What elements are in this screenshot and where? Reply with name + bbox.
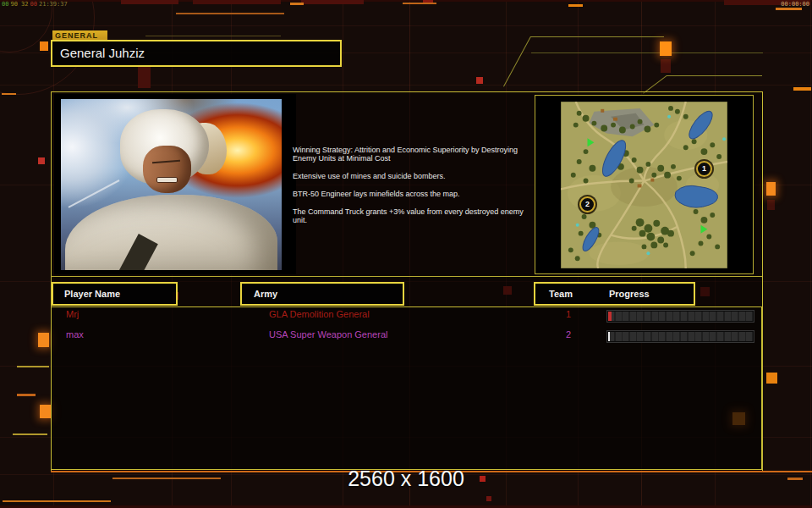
progress-bar-track [608, 332, 753, 341]
decor-dash [403, 3, 436, 4]
player-name: Mrj [66, 309, 79, 319]
decor-reflection [767, 200, 775, 210]
progress-bar [606, 330, 754, 343]
header-team: Team [549, 284, 573, 304]
decor-square [38, 157, 45, 164]
debug-clock: 21:39:37 [39, 1, 68, 8]
progress-bar-fill [608, 312, 612, 321]
progress-bar-track [608, 312, 753, 321]
decor-square [40, 405, 51, 418]
player-team: 2 [562, 329, 575, 340]
decor-dash [13, 433, 47, 435]
decor-line [3, 500, 111, 502]
decor-dash [17, 394, 36, 396]
minimap-marker: 1 [696, 161, 712, 177]
minimap-marker: 2 [579, 196, 595, 213]
decor-dash [17, 366, 49, 367]
general-face [143, 146, 191, 194]
decor-reflection [661, 59, 671, 73]
general-portrait-frame [54, 94, 296, 274]
debug-text: 00 [30, 1, 37, 8]
strategy-text-block: Winning Strategy: Attrition and Economic… [293, 146, 546, 234]
decor-square [766, 182, 776, 196]
decor-line [176, 13, 284, 14]
face-brow [152, 159, 180, 163]
grid-line [0, 25, 812, 26]
player-army: GLA Demolition General [269, 309, 370, 319]
decor-line [112, 478, 221, 479]
header-army: Army [240, 282, 404, 306]
player-name: max [66, 329, 84, 340]
face-mouth [156, 177, 178, 183]
header-team-progress: Team Progress [534, 282, 695, 306]
decor-bar [301, 0, 364, 4]
decor-dash [793, 87, 811, 91]
decor-square [660, 41, 672, 56]
game-timer: 00:00:00 [781, 1, 809, 8]
decor-square [480, 476, 486, 482]
general-robe [65, 195, 277, 270]
decor-dash [290, 3, 304, 5]
player-army: USA Super Weapon General [269, 329, 387, 340]
strategy-paragraph: The Command Truck grants +3% value from … [293, 207, 546, 224]
circuit-line [503, 36, 531, 86]
debug-text: 00 [2, 1, 8, 8]
general-name-box: General Juhziz [51, 40, 342, 67]
decor-square [766, 373, 777, 384]
decor-square [40, 41, 48, 51]
decor-square [476, 77, 483, 84]
circuit-line [145, 36, 281, 36]
panel-divider [51, 276, 762, 277]
player-row: Mrj GLA Demolition General 1 [0, 309, 812, 323]
loading-screen: 0090 320021:39:37 00:00:00 GENERAL Gener… [0, 0, 812, 508]
strategy-paragraph: Extensive use of mines and suicide bombe… [293, 172, 546, 180]
progress-bar [606, 310, 754, 323]
minimap: 1 2 [561, 102, 727, 268]
decor-dash [2, 93, 16, 95]
resolution-text: 2560 x 1600 [348, 467, 464, 491]
decor-square [486, 496, 491, 501]
player-team: 1 [562, 309, 575, 319]
circuit-line [667, 75, 762, 76]
strategy-paragraph: BTR-50 Engineer lays minefields across t… [293, 190, 546, 198]
player-row: max USA Super Weapon General 2 [0, 329, 812, 343]
decor-bar [121, 0, 178, 4]
circuit-line [531, 52, 763, 53]
header-progress: Progress [609, 284, 650, 304]
circuit-line [530, 36, 664, 37]
general-portrait-photo [61, 99, 282, 270]
debug-overlay: 0090 320021:39:37 [2, 1, 69, 8]
decor-dash [568, 4, 583, 7]
debug-text: 90 32 [10, 1, 28, 8]
progress-bar-fill [608, 332, 610, 341]
decor-dash [776, 8, 802, 10]
grid-line [810, 0, 811, 508]
decor-dash [787, 478, 803, 480]
minimap-terrain [561, 102, 727, 268]
strategy-paragraph: Winning Strategy: Attrition and Economic… [293, 146, 546, 163]
grid-line [0, 85, 812, 86]
decor-bar [193, 0, 281, 4]
minimap-panel: 1 2 [535, 95, 754, 274]
header-player-name: Player Name [52, 282, 178, 306]
